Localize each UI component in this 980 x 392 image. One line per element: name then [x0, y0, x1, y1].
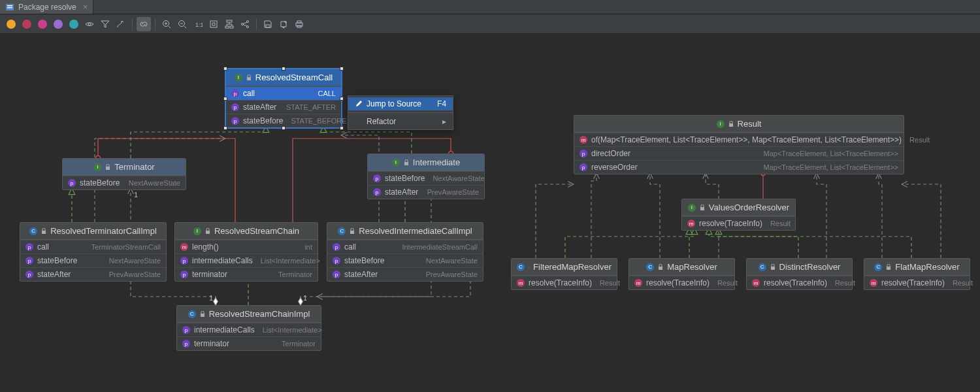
- filter-fields-button[interactable]: [4, 17, 18, 31]
- class-resolved-stream-chain-impl[interactable]: CResolvedStreamChainImpl pintermediateCa…: [176, 305, 321, 351]
- class-name: ResolvedTerminatorCallImpl: [50, 226, 157, 236]
- class-name: Result: [738, 119, 762, 129]
- member-row[interactable]: pstateBeforeNextAwareState: [368, 171, 484, 185]
- member-row[interactable]: pintermediateCallsList<Intermediate>: [175, 253, 318, 267]
- routing-button[interactable]: [114, 17, 128, 31]
- svg-text:1:1: 1:1: [195, 22, 203, 28]
- class-terminator[interactable]: ITerminator pstateBeforeNextAwareState: [62, 158, 186, 190]
- member-row[interactable]: pcallIntermediateStreamCall: [327, 240, 483, 253]
- member-row[interactable]: mof(Map<TraceElement, List<TraceElement>…: [574, 133, 904, 146]
- fit-content-button[interactable]: [206, 17, 221, 31]
- property-icon: p: [180, 257, 188, 265]
- member-row[interactable]: pdirectOrderMap<TraceElement, List<Trace…: [574, 146, 904, 160]
- class-name: DistinctResolver: [779, 262, 841, 272]
- member-row[interactable]: pstateAfter STATE_AFTER: [226, 100, 341, 114]
- class-values-order-resolver[interactable]: IValuesOrderResolver mresolve(TraceInfo)…: [681, 199, 796, 231]
- class-icon: C: [29, 227, 37, 235]
- property-icon: p: [231, 90, 239, 97]
- visibility-button[interactable]: [82, 17, 97, 31]
- class-icon: C: [338, 227, 346, 235]
- lock-icon: [41, 228, 46, 235]
- member-row[interactable]: pintermediateCallsList<Intermediate>: [177, 323, 321, 336]
- class-resolved-intermediate-call-impl[interactable]: CResolvedIntermediateCallImpl pcallInter…: [327, 222, 483, 282]
- context-menu-separator: [348, 112, 453, 113]
- interface-icon: I: [717, 120, 725, 128]
- property-icon: p: [333, 243, 340, 251]
- class-resolved-stream-chain[interactable]: IResolvedStreamChain mlength()int pinter…: [174, 222, 318, 282]
- class-distinct-resolver[interactable]: CDistinctResolver mresolve(TraceInfo)Res…: [746, 258, 853, 290]
- member-row[interactable]: mresolve(TraceInfo)Result: [682, 216, 795, 230]
- class-name: Intermediate: [413, 157, 460, 167]
- export-button[interactable]: [276, 17, 291, 31]
- member-row[interactable]: mlength()int: [175, 240, 318, 253]
- diagram-canvas[interactable]: 1 1 1 I ResolvedStreamCall pcall CALL ps…: [0, 34, 980, 392]
- filter-properties-button[interactable]: [51, 17, 65, 31]
- layout-button[interactable]: [222, 17, 237, 31]
- method-icon: m: [752, 279, 760, 287]
- member-row[interactable]: mresolve(TraceInfo)Result: [747, 276, 852, 289]
- class-name: ResolvedStreamCall: [255, 73, 333, 82]
- property-icon: p: [25, 257, 33, 265]
- close-icon[interactable]: ×: [80, 2, 88, 12]
- filter-icon[interactable]: [98, 17, 112, 31]
- filter-methods-button[interactable]: [35, 17, 50, 31]
- share-button[interactable]: [238, 17, 252, 31]
- member-row[interactable]: pstateAfterPrevAwareState: [368, 185, 484, 199]
- member-row[interactable]: pterminatorTerminator: [177, 336, 321, 350]
- class-result[interactable]: IResult mof(Map<TraceElement, List<Trace…: [574, 115, 904, 174]
- property-icon: p: [231, 117, 239, 125]
- class-filtered-map-resolver[interactable]: CFilteredMapResolver mresolve(TraceInfo)…: [511, 258, 617, 290]
- property-icon: p: [182, 326, 190, 334]
- context-menu-jump-to-source[interactable]: Jump to Source F4: [348, 97, 453, 110]
- class-name: ResolvedIntermediateCallImpl: [359, 226, 472, 236]
- member-row[interactable]: pcallTerminatorStreamCall: [20, 240, 166, 253]
- class-title: I ResolvedStreamCall: [226, 69, 341, 86]
- svg-rect-24: [404, 162, 408, 165]
- svg-text:1: 1: [209, 294, 213, 302]
- member-row-call[interactable]: pcall CALL: [226, 86, 341, 100]
- svg-rect-8: [227, 20, 232, 22]
- filter-inner-classes-button[interactable]: [67, 17, 81, 31]
- property-icon: p: [333, 270, 340, 278]
- zoom-in-button[interactable]: [159, 17, 174, 31]
- print-button[interactable]: [292, 17, 306, 31]
- filter-constructors-button[interactable]: [20, 17, 34, 31]
- member-row[interactable]: pstateAfterPrevAwareState: [20, 267, 166, 281]
- class-flat-map-resolver[interactable]: CFlatMapResolver mresolve(TraceInfo)Resu…: [864, 258, 970, 290]
- context-menu-refactor[interactable]: Refactor ▸: [348, 115, 453, 128]
- class-resolved-stream-call[interactable]: I ResolvedStreamCall pcall CALL pstateAf…: [225, 69, 342, 128]
- property-icon: p: [231, 103, 239, 111]
- member-row[interactable]: preverseOrderMap<TraceElement, List<Trac…: [574, 160, 904, 174]
- class-resolved-terminator-call-impl[interactable]: CResolvedTerminatorCallImpl pcallTermina…: [20, 222, 167, 282]
- save-button[interactable]: [261, 17, 275, 31]
- member-row[interactable]: pstateBeforeNextAwareState: [63, 176, 186, 189]
- method-icon: m: [580, 136, 587, 144]
- lock-icon: [529, 264, 529, 270]
- context-menu: Jump to Source F4 Refactor ▸: [348, 95, 453, 130]
- svg-rect-26: [206, 231, 210, 234]
- zoom-out-button[interactable]: [175, 17, 189, 31]
- lock-icon: [350, 228, 355, 235]
- member-row[interactable]: pstateAfterPrevAwareState: [327, 267, 483, 281]
- member-row[interactable]: pterminatorTerminator: [175, 267, 318, 281]
- class-map-resolver[interactable]: CMapResolver mresolve(TraceInfo)Result: [629, 258, 735, 290]
- class-name: ResolvedStreamChainImpl: [209, 309, 310, 319]
- tab-package-resolve[interactable]: Package resolve ×: [0, 0, 93, 14]
- actual-size-button[interactable]: 1:1: [191, 17, 205, 31]
- member-row[interactable]: pstateBefore STATE_BEFORE: [226, 114, 341, 127]
- link-source-button[interactable]: [137, 17, 151, 31]
- member-row[interactable]: pstateBeforeNextAwareState: [20, 253, 166, 267]
- svg-text:1: 1: [134, 191, 138, 199]
- svg-rect-34: [887, 267, 890, 270]
- member-row[interactable]: mresolve(TraceInfo)Result: [629, 276, 734, 289]
- interface-icon: I: [688, 204, 696, 212]
- svg-rect-22: [247, 77, 251, 80]
- svg-rect-29: [729, 123, 733, 127]
- svg-rect-2: [7, 7, 12, 8]
- member-row[interactable]: mresolve(TraceInfo)Result: [864, 276, 970, 289]
- property-icon: p: [373, 174, 381, 182]
- member-row[interactable]: mresolve(TraceInfo)Result: [512, 276, 617, 289]
- member-row[interactable]: pstateBeforeNextAwareState: [327, 253, 483, 267]
- interface-icon: I: [93, 163, 101, 171]
- class-intermediate[interactable]: IIntermediate pstateBeforeNextAwareState…: [367, 154, 485, 199]
